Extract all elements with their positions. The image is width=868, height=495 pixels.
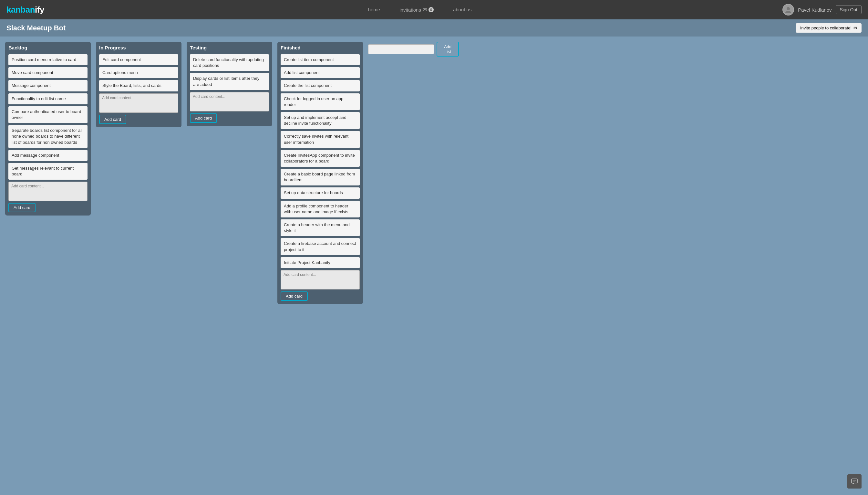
add-card-button-backlog[interactable]: Add card — [8, 203, 36, 212]
list-title-backlog: Backlog — [8, 45, 88, 50]
navbar: kanbanify home invitations ✉ 0 about us … — [0, 0, 868, 19]
list-column-in-progress: In ProgressEdit card componentCard optio… — [96, 42, 181, 127]
logo-kanban: kanban — [6, 5, 35, 15]
card[interactable]: Add a profile component to header with u… — [281, 201, 360, 218]
add-card-button-finished[interactable]: Add card — [281, 291, 308, 301]
card[interactable]: Card options menu — [99, 67, 178, 78]
card[interactable]: Initiate Project Kanbanify — [281, 257, 360, 268]
card[interactable]: Create InvitesApp component to invite co… — [281, 150, 360, 167]
card[interactable]: Set up data structure for boards — [281, 187, 360, 199]
card[interactable]: Message component — [8, 80, 88, 91]
add-list-area: Add List — [368, 42, 459, 56]
card[interactable]: Style the Board, lists, and cards — [99, 80, 178, 91]
navbar-nav: home invitations ✉ 0 about us — [57, 7, 782, 13]
card[interactable]: Delete card functionality with updating … — [190, 54, 269, 71]
sign-out-button[interactable]: Sign Out — [836, 5, 862, 14]
user-name: Pavel Kudlanov — [798, 7, 832, 13]
card[interactable]: Correctly save invites with relevant use… — [281, 131, 360, 148]
list-column-backlog: BacklogPosition card menu relative to ca… — [5, 42, 91, 216]
invite-button[interactable]: Invite people to collaborate! ✉ — [796, 23, 862, 33]
add-card-textarea-finished[interactable] — [281, 270, 360, 290]
svg-point-0 — [786, 7, 790, 10]
page-header: Slack Meetup Bot Invite people to collab… — [0, 19, 868, 36]
nav-about[interactable]: about us — [453, 7, 472, 13]
avatar — [782, 4, 794, 16]
add-list-button[interactable]: Add List — [437, 42, 459, 56]
logo-ify: ify — [35, 5, 44, 15]
card[interactable]: Set up and implement accept and decline … — [281, 112, 360, 129]
card[interactable]: Create a header with the menu and style … — [281, 219, 360, 236]
card[interactable]: Create a firebase account and connect pr… — [281, 238, 360, 255]
list-column-finished: FinishedCreate list item componentAdd li… — [277, 42, 363, 304]
add-list-input[interactable] — [368, 44, 434, 54]
add-card-button-in-progress[interactable]: Add card — [99, 115, 126, 124]
add-card-textarea-testing[interactable] — [190, 92, 269, 112]
add-card-textarea-backlog[interactable] — [8, 182, 88, 201]
nav-home[interactable]: home — [368, 7, 380, 13]
board-area: BacklogPosition card menu relative to ca… — [0, 36, 868, 309]
list-title-finished: Finished — [281, 45, 360, 50]
list-title-in-progress: In Progress — [99, 45, 178, 50]
card[interactable]: Edit card component — [99, 54, 178, 65]
invitations-badge: 0 — [428, 7, 434, 12]
card[interactable]: Check for logged in user on app render — [281, 93, 360, 110]
svg-point-1 — [785, 11, 791, 13]
app-logo[interactable]: kanbanify — [6, 5, 44, 15]
add-card-button-testing[interactable]: Add card — [190, 114, 217, 123]
chat-icon-button[interactable] — [847, 474, 862, 489]
add-card-textarea-in-progress[interactable] — [99, 93, 178, 113]
card[interactable]: Move card component — [8, 67, 88, 78]
invite-label: Invite people to collaborate! — [800, 25, 852, 30]
envelope-icon: ✉ — [423, 7, 427, 13]
list-column-testing: TestingDelete card functionality with up… — [187, 42, 272, 126]
card[interactable]: Compare authenticated user to board owne… — [8, 106, 88, 123]
card[interactable]: Functionality to edit list name — [8, 93, 88, 104]
card[interactable]: Get messages relevant to current board — [8, 163, 88, 180]
invite-envelope-icon: ✉ — [853, 25, 857, 30]
card[interactable]: Display cards or list items after they a… — [190, 73, 269, 90]
board-title: Slack Meetup Bot — [6, 24, 66, 32]
nav-invitations[interactable]: invitations ✉ 0 — [400, 7, 434, 13]
card[interactable]: Separate boards list component for all n… — [8, 125, 88, 148]
card[interactable]: Add message component — [8, 150, 88, 161]
card[interactable]: Position card menu relative to card — [8, 54, 88, 65]
card[interactable]: Create list item component — [281, 54, 360, 65]
navbar-right: Pavel Kudlanov Sign Out — [782, 4, 862, 16]
invitations-label: invitations — [400, 7, 421, 13]
list-title-testing: Testing — [190, 45, 269, 50]
card[interactable]: Add list component — [281, 67, 360, 78]
card[interactable]: Create a basic board page linked from bo… — [281, 169, 360, 186]
card[interactable]: Create the list component — [281, 80, 360, 91]
